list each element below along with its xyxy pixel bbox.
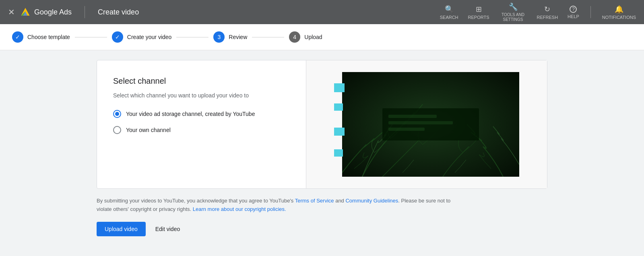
video-bg [342, 72, 519, 177]
stepper: ✓ Choose template ✓ Create your video 3 … [0, 24, 644, 50]
terms-of-service-link[interactable]: Terms of Service [295, 198, 334, 204]
reports-icon: ⊞ [476, 5, 482, 14]
nav-tools-label: TOOLS AND SETTINGS [499, 12, 527, 22]
step-4-circle: 4 [289, 31, 300, 43]
help-icon: ? [570, 6, 577, 13]
nav-search[interactable]: 🔍 SEARCH [440, 5, 458, 20]
step-1-label: Choose template [27, 34, 70, 40]
card-left-panel: Select channel Select which channel you … [97, 60, 306, 188]
nav-reports[interactable]: ⊞ REPORTS [468, 5, 489, 20]
community-guidelines-link[interactable]: Community Guidelines [345, 198, 398, 204]
nav-refresh[interactable]: ↻ REFRESH [537, 5, 558, 20]
step-upload: 4 Upload [289, 31, 322, 43]
step-3-circle: 3 [213, 31, 225, 43]
connector-3 [252, 37, 284, 37]
edit-video-button[interactable]: Edit video [152, 222, 183, 236]
cyan-accent-4 [334, 149, 343, 157]
cyan-accent-3 [334, 128, 345, 136]
svg-rect-7 [388, 128, 425, 131]
cyan-accent-1 [334, 83, 345, 92]
fern-background-svg [342, 72, 519, 177]
nav-refresh-label: REFRESH [537, 15, 558, 20]
radio-own-channel-indicator [113, 126, 121, 134]
nav-reports-label: REPORTS [468, 15, 489, 20]
nav-help[interactable]: ? HELP [568, 6, 579, 19]
nav-notifications-label: NOTIFICATIONS [602, 15, 636, 20]
nav-tools[interactable]: 🔧 TOOLS AND SETTINGS [499, 2, 527, 22]
footer-text-before-tos: By submitting your videos to YouTube, yo… [97, 198, 295, 204]
radio-option-own-channel[interactable]: Your own channel [113, 126, 290, 134]
nav-divider [590, 6, 591, 18]
header-title: Create video [98, 8, 139, 17]
footer-text-between: and [334, 198, 346, 204]
select-channel-title: Select channel [113, 76, 290, 86]
preview-container [334, 72, 519, 177]
cyan-accent-2 [334, 103, 343, 111]
nav-help-label: HELP [568, 14, 579, 19]
close-button[interactable]: ✕ [8, 7, 15, 17]
select-channel-card: Select channel Select which channel you … [97, 60, 547, 189]
header-divider [85, 6, 85, 18]
step-1-circle: ✓ [12, 31, 23, 43]
radio-storage-label: Your video ad storage channel, created b… [126, 111, 255, 117]
search-icon: 🔍 [445, 5, 454, 14]
connector-2 [176, 37, 208, 37]
step-2-label: Create your video [127, 34, 172, 40]
step-4-label: Upload [304, 34, 322, 40]
google-ads-logo: Google Ads [20, 6, 72, 18]
video-preview [334, 72, 519, 177]
header-nav: 🔍 SEARCH ⊞ REPORTS 🔧 TOOLS AND SETTINGS … [440, 2, 636, 22]
nav-notifications[interactable]: 🔔 NOTIFICATIONS [602, 5, 636, 20]
step-3-label: Review [229, 34, 247, 40]
select-channel-description: Select which channel you want to upload … [113, 92, 290, 99]
google-ads-text: Google Ads [34, 8, 72, 17]
tools-icon: 🔧 [509, 2, 518, 11]
step-create-video: ✓ Create your video [112, 31, 172, 43]
card-right-panel [306, 60, 547, 188]
main-content: Select channel Select which channel you … [0, 50, 644, 246]
svg-rect-6 [388, 121, 453, 124]
step-choose-template: ✓ Choose template [12, 31, 70, 43]
connector-1 [75, 37, 107, 37]
step-2-circle: ✓ [112, 31, 123, 43]
step-review: 3 Review [213, 31, 247, 43]
notifications-icon: 🔔 [615, 5, 623, 14]
header: ✕ Google Ads Create video 🔍 SEARCH ⊞ REP… [0, 0, 644, 24]
google-ads-logo-icon [20, 6, 31, 18]
action-buttons: Upload video Edit video [97, 222, 547, 236]
nav-search-label: SEARCH [440, 15, 458, 20]
upload-video-button[interactable]: Upload video [97, 222, 146, 236]
footer-disclaimer: By submitting your videos to YouTube, yo… [97, 197, 459, 214]
radio-own-channel-label: Your own channel [126, 127, 171, 133]
radio-storage-indicator [113, 110, 121, 118]
learn-more-copyright-link[interactable]: Learn more about our copyright policies. [193, 206, 286, 212]
header-left: ✕ Google Ads Create video [8, 6, 440, 18]
svg-rect-5 [388, 115, 437, 118]
refresh-icon: ↻ [544, 5, 550, 14]
radio-option-storage[interactable]: Your video ad storage channel, created b… [113, 110, 290, 118]
